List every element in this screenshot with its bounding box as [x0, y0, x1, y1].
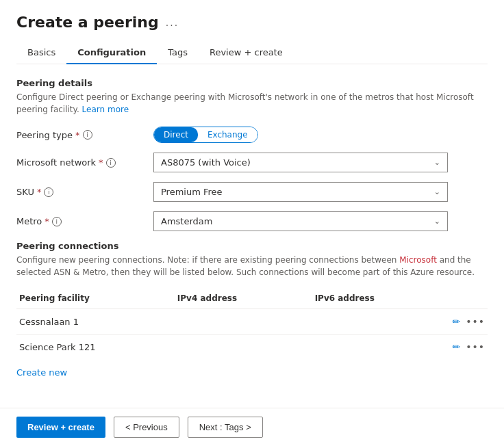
peering-type-info-icon[interactable]: i: [83, 130, 92, 140]
ipv6-cell: [315, 334, 453, 360]
peering-details-title: Peering details: [16, 78, 488, 88]
toggle-direct[interactable]: Direct: [154, 127, 198, 142]
peering-connections-title: Peering connections: [16, 241, 488, 251]
tab-tags[interactable]: Tags: [157, 42, 199, 64]
toggle-exchange[interactable]: Exchange: [198, 127, 257, 142]
connections-table: Peering facility IPv4 address IPv6 addre…: [16, 288, 488, 359]
facility-cell: Science Park 121: [16, 334, 177, 360]
microsoft-network-row: Microsoft network * i AS8075 (with Voice…: [16, 153, 488, 172]
sku-info-icon[interactable]: i: [44, 187, 53, 197]
peering-connections-desc: Configure new peering connections. Note:…: [16, 254, 488, 278]
metro-dropdown[interactable]: Amsterdam ⌄: [153, 211, 448, 231]
peering-connections-section: Peering connections Configure new peerin…: [16, 241, 488, 378]
tab-review-create[interactable]: Review + create: [199, 42, 294, 64]
more-icon[interactable]: •••: [466, 316, 485, 327]
tab-bar: Basics Configuration Tags Review + creat…: [16, 42, 488, 64]
table-row: Cessnalaan 1 ✏ •••: [16, 309, 488, 334]
edit-icon-2[interactable]: ✏: [452, 341, 460, 352]
required-star-2: *: [99, 157, 103, 168]
required-star-4: *: [45, 216, 49, 226]
footer: Review + create < Previous Next : Tags >: [0, 408, 504, 446]
page-title: Create a peering: [16, 14, 159, 31]
metro-row: Metro * i Amsterdam ⌄: [16, 211, 488, 231]
microsoft-network-dropdown[interactable]: AS8075 (with Voice) ⌄: [153, 153, 448, 172]
row-actions: ✏ •••: [452, 316, 488, 327]
edit-icon[interactable]: ✏: [452, 316, 460, 327]
ipv4-cell: [177, 309, 315, 334]
peering-details-section: Peering details Configure Direct peering…: [16, 78, 488, 231]
sku-label: SKU * i: [16, 187, 153, 197]
previous-button[interactable]: < Previous: [114, 417, 179, 438]
chevron-down-icon-2: ⌄: [434, 187, 440, 196]
learn-more-link[interactable]: Learn more: [82, 105, 129, 114]
page-title-ellipsis: ...: [166, 17, 179, 28]
actions-cell: ✏ •••: [452, 309, 488, 334]
peering-type-label: Peering type * i: [16, 130, 153, 140]
col-header-ipv4: IPv4 address: [177, 288, 315, 309]
page-title-area: Create a peering ...: [16, 14, 488, 31]
peering-type-row: Peering type * i Direct Exchange: [16, 127, 488, 143]
sku-row: SKU * i Premium Free ⌄: [16, 182, 488, 202]
microsoft-network-info-icon[interactable]: i: [106, 158, 116, 168]
chevron-down-icon-3: ⌄: [434, 217, 440, 226]
review-create-button[interactable]: Review + create: [16, 417, 105, 438]
metro-info-icon[interactable]: i: [52, 217, 62, 226]
actions-cell: ✏ •••: [452, 334, 488, 360]
required-star: *: [75, 130, 80, 140]
ipv6-cell: [315, 309, 453, 334]
chevron-down-icon: ⌄: [434, 158, 440, 167]
sku-dropdown[interactable]: Premium Free ⌄: [153, 182, 448, 202]
peering-details-desc: Configure Direct peering or Exchange pee…: [16, 91, 488, 116]
facility-cell: Cessnalaan 1: [16, 309, 177, 334]
create-new-link[interactable]: Create new: [16, 367, 67, 378]
tab-configuration[interactable]: Configuration: [66, 42, 157, 64]
metro-label: Metro * i: [16, 216, 153, 226]
more-icon-2[interactable]: •••: [466, 341, 485, 352]
next-button[interactable]: Next : Tags >: [188, 417, 263, 438]
table-row: Science Park 121 ✏ •••: [16, 334, 488, 360]
peering-type-toggle[interactable]: Direct Exchange: [153, 127, 258, 143]
required-star-3: *: [37, 187, 42, 197]
row-actions-2: ✏ •••: [452, 341, 488, 352]
col-header-ipv6: IPv6 address: [315, 288, 453, 309]
col-header-facility: Peering facility: [16, 288, 177, 309]
table-header-row: Peering facility IPv4 address IPv6 addre…: [16, 288, 488, 309]
microsoft-network-label: Microsoft network * i: [16, 157, 153, 168]
col-header-actions: [452, 288, 488, 309]
ipv4-cell: [177, 334, 315, 360]
tab-basics[interactable]: Basics: [16, 42, 66, 64]
